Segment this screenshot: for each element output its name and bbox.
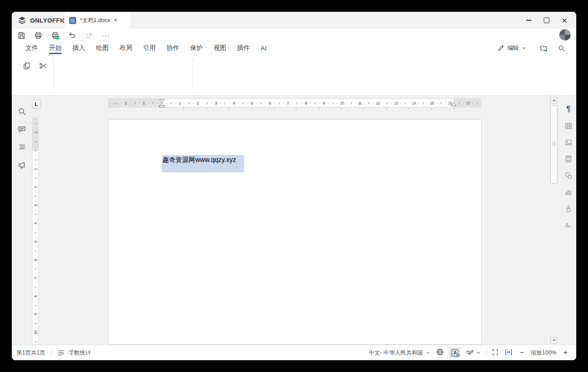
scrollbar-grip bbox=[552, 142, 556, 146]
ruler-number: 15 bbox=[429, 101, 434, 105]
find-button[interactable] bbox=[16, 105, 28, 117]
ruler-number: 6 bbox=[269, 101, 271, 105]
search-button[interactable] bbox=[555, 42, 567, 54]
scrollbar-thumb[interactable] bbox=[550, 105, 557, 184]
indent-markers-icon[interactable] bbox=[159, 99, 165, 108]
image-settings-button[interactable] bbox=[563, 136, 575, 148]
page-number-status[interactable]: 第1页共1页 bbox=[16, 349, 45, 357]
set-language-button[interactable] bbox=[436, 348, 445, 358]
tab-file[interactable]: 文件 bbox=[25, 44, 38, 52]
scroll-down-button[interactable] bbox=[550, 337, 557, 344]
ruler-number: 14 bbox=[412, 101, 416, 105]
ruler-number: 9 bbox=[323, 101, 325, 105]
feedback-button[interactable] bbox=[16, 159, 28, 171]
quick-print-button[interactable] bbox=[49, 29, 61, 41]
tab-layout[interactable]: 布局 bbox=[119, 44, 132, 52]
header-bar: ONLYOFFICE *文档1.docx × ✕ bbox=[12, 12, 576, 29]
tab-insert[interactable]: 插入 bbox=[72, 44, 85, 52]
ruler-number: 7 bbox=[287, 101, 289, 105]
spell-check-button[interactable]: A bbox=[449, 348, 461, 358]
menu-bar: 文件 开始 插入 绘图 布局 引用 协作 保护 视图 插件 AI 编辑 bbox=[12, 42, 576, 54]
ruler-number: 2 bbox=[33, 184, 38, 190]
word-count-button[interactable]: 12 字数统计 bbox=[57, 348, 91, 357]
tab-home[interactable]: 开始 bbox=[49, 44, 62, 52]
print-button[interactable] bbox=[32, 29, 44, 41]
save-button[interactable] bbox=[15, 29, 27, 41]
search-icon bbox=[557, 44, 565, 52]
document-tab[interactable]: *文档1.docx × bbox=[64, 12, 130, 29]
zoom-in-button[interactable]: + bbox=[561, 348, 570, 357]
zoom-value[interactable]: 缩放100% bbox=[531, 349, 556, 357]
avatar[interactable] bbox=[559, 29, 571, 40]
ruler-number: 1 bbox=[33, 129, 38, 136]
ellipsis-icon: ··· bbox=[102, 32, 110, 39]
tab-collaboration[interactable]: 协作 bbox=[167, 44, 179, 52]
window-controls: ✕ bbox=[520, 12, 573, 29]
comments-button[interactable] bbox=[16, 123, 28, 135]
cut-icon bbox=[39, 62, 47, 70]
quick-access-toolbar: ··· 文档1.docx bbox=[12, 29, 576, 42]
scroll-up-button[interactable] bbox=[550, 97, 557, 104]
close-tab-icon[interactable]: × bbox=[114, 17, 126, 24]
ruler-number: 8 bbox=[33, 293, 38, 299]
right-indent-marker-icon[interactable] bbox=[450, 99, 457, 108]
table-settings-button[interactable] bbox=[563, 120, 575, 132]
signature-settings-button[interactable] bbox=[563, 218, 575, 231]
check-icon bbox=[456, 353, 461, 358]
track-changes-button[interactable] bbox=[465, 347, 481, 359]
chevron-down-icon bbox=[521, 42, 527, 54]
undo-button[interactable] bbox=[66, 29, 78, 41]
ribbon-separator bbox=[53, 58, 54, 89]
close-button[interactable]: ✕ bbox=[556, 12, 573, 29]
zoom-out-button[interactable]: − bbox=[517, 348, 526, 357]
vertical-ruler[interactable]: 112345678910 bbox=[32, 118, 39, 345]
menu-tabs: 文件 开始 插入 绘图 布局 引用 协作 保护 视图 插件 AI bbox=[25, 42, 267, 54]
ruler-number: 5 bbox=[251, 101, 253, 105]
tab-view[interactable]: 视图 bbox=[214, 44, 226, 52]
paragraph-settings-icon: ¶ bbox=[566, 105, 571, 114]
horizontal-ruler[interactable]: 121234567891011121314151617 bbox=[108, 98, 481, 107]
header-footer-settings-button[interactable] bbox=[563, 153, 575, 165]
tab-ai[interactable]: AI bbox=[261, 45, 267, 52]
cut-button[interactable] bbox=[37, 60, 49, 72]
redo-button[interactable] bbox=[83, 29, 95, 41]
quick-print-icon bbox=[51, 31, 60, 40]
chart-settings-button[interactable] bbox=[563, 186, 575, 198]
minimize-button[interactable] bbox=[520, 12, 538, 29]
ruler-number: 11 bbox=[358, 101, 362, 105]
open-file-location-button[interactable] bbox=[538, 42, 550, 54]
edit-mode-button[interactable]: 编辑 bbox=[497, 42, 527, 54]
language-selector[interactable]: 中文- 中华人民共和国 bbox=[369, 347, 431, 359]
fit-page-button[interactable] bbox=[491, 348, 500, 358]
tab-references[interactable]: 引用 bbox=[143, 44, 156, 52]
tab-protection[interactable]: 保护 bbox=[190, 44, 203, 52]
undo-icon bbox=[68, 31, 77, 40]
right-panel: ¶ bbox=[561, 103, 576, 231]
navigation-button[interactable] bbox=[16, 141, 28, 153]
tab-draw[interactable]: 绘图 bbox=[96, 44, 109, 52]
shape-settings-button[interactable] bbox=[563, 169, 575, 181]
tab-stop-selector[interactable]: L bbox=[32, 100, 40, 108]
ruler-number: 4 bbox=[233, 101, 235, 105]
ruler-number: 1 bbox=[179, 101, 181, 105]
tab-plugins[interactable]: 插件 bbox=[237, 44, 250, 52]
ruler-number: 8 bbox=[305, 101, 307, 105]
paragraph-settings-button[interactable]: ¶ bbox=[563, 103, 575, 115]
workspace: L 121234567891011121314151617 1123456789… bbox=[12, 96, 576, 345]
fit-width-button[interactable] bbox=[504, 348, 513, 358]
quick-buttons: ··· bbox=[15, 29, 112, 42]
document-page[interactable]: 趣奇资源网www.qqzy.xyz bbox=[108, 119, 482, 345]
fit-page-icon bbox=[491, 348, 500, 356]
copy-button[interactable] bbox=[21, 60, 33, 72]
maximize-button[interactable] bbox=[538, 12, 556, 29]
tab-stop-type: L bbox=[35, 101, 38, 107]
shapes-icon bbox=[564, 171, 573, 180]
pencil-icon bbox=[497, 44, 505, 52]
more-actions-button[interactable]: ··· bbox=[100, 29, 112, 41]
ruler-number: 10 bbox=[33, 330, 38, 336]
ruler-number: 3 bbox=[33, 202, 38, 208]
ruler-number: 3 bbox=[215, 101, 217, 105]
search-icon bbox=[17, 107, 26, 116]
text-art-settings-button[interactable] bbox=[563, 202, 575, 214]
ruler-number: 12 bbox=[376, 101, 381, 105]
